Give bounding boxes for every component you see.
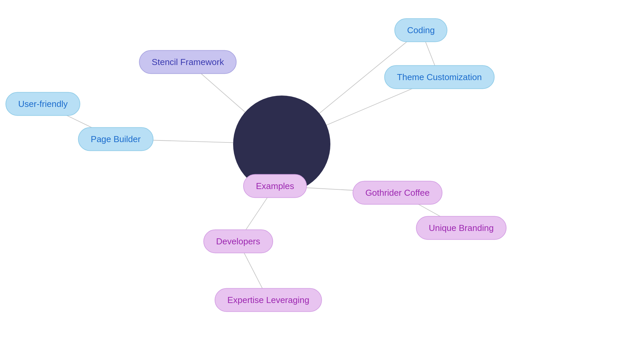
node-label-gothrider: Gothrider Coffee (353, 181, 442, 205)
node-coding[interactable]: Coding (394, 18, 447, 42)
node-unique-branding[interactable]: Unique Branding (416, 216, 506, 240)
node-label-expertise: Expertise Leveraging (215, 288, 322, 312)
node-label-developers: Developers (203, 230, 273, 253)
mindmap-canvas: Stencil FrameworkCodingTheme Customizati… (0, 0, 644, 362)
node-page-builder[interactable]: Page Builder (78, 127, 154, 151)
node-label-user-friendly: User-friendly (5, 92, 80, 116)
node-label-page-builder: Page Builder (78, 127, 154, 151)
node-label-stencil: Stencil Framework (139, 50, 236, 74)
node-examples[interactable]: Examples (243, 174, 307, 198)
node-label-coding: Coding (394, 18, 447, 42)
node-stencil[interactable]: Stencil Framework (139, 50, 236, 74)
node-label-theme: Theme Customization (384, 65, 495, 89)
node-expertise[interactable]: Expertise Leveraging (215, 288, 322, 312)
node-label-examples: Examples (243, 174, 307, 198)
node-gothrider[interactable]: Gothrider Coffee (353, 181, 442, 205)
node-user-friendly[interactable]: User-friendly (5, 92, 80, 116)
node-label-unique-branding: Unique Branding (416, 216, 506, 240)
node-theme[interactable]: Theme Customization (384, 65, 495, 89)
node-developers[interactable]: Developers (203, 230, 273, 253)
